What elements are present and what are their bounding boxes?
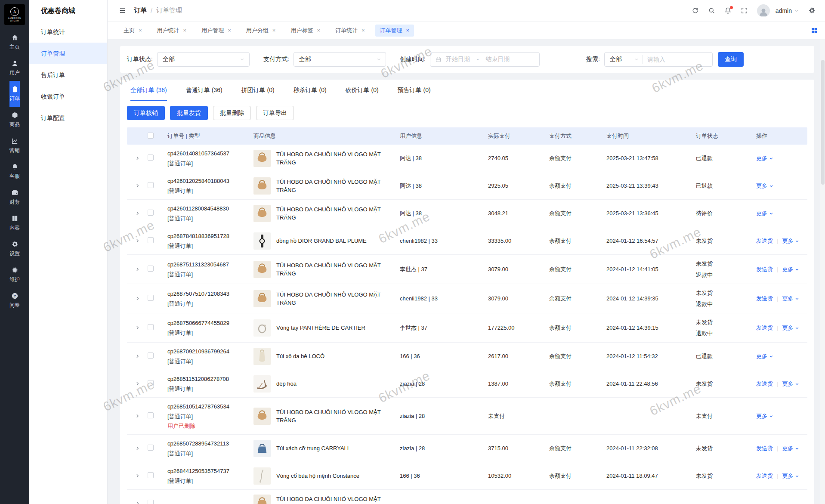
rail-item-orders[interactable]: 订单 [9, 81, 20, 107]
side-menu-item-order-config[interactable]: 订单配置 [29, 107, 107, 129]
side-menu-item-order-manage[interactable]: 订单管理 [29, 43, 107, 64]
row-checkbox[interactable] [148, 155, 154, 161]
rail-item-service[interactable]: 客服 [9, 158, 20, 184]
order-tab-all[interactable]: 全部订单 (36) [130, 87, 167, 101]
expand-row-icon[interactable] [135, 238, 140, 244]
more-action-link[interactable]: 更多 [782, 295, 799, 303]
close-icon[interactable]: × [272, 28, 276, 33]
rail-item-marketing[interactable]: 营销 [9, 133, 20, 158]
batch-delete-button[interactable]: 批量删除 [213, 106, 251, 120]
ship-action-link[interactable]: 发送货 [756, 324, 773, 332]
ship-action-link[interactable]: 发送货 [756, 472, 773, 480]
tab-user-tag[interactable]: 用户标签× [286, 25, 325, 37]
rail-item-finance[interactable]: 财务 [9, 184, 20, 210]
tab-user-manage[interactable]: 用户管理× [197, 25, 236, 37]
order-status-select[interactable]: 全部 [157, 52, 250, 67]
search-icon[interactable] [708, 7, 715, 14]
row-checkbox[interactable] [148, 412, 154, 418]
fullscreen-icon[interactable] [741, 7, 748, 14]
side-menu-item-cashier[interactable]: 收银订单 [29, 86, 107, 107]
expand-row-icon[interactable] [135, 445, 140, 451]
order-tab-bargain[interactable]: 砍价订单 (0) [346, 87, 379, 101]
ship-action-link[interactable]: 发送货 [756, 380, 773, 388]
row-checkbox[interactable] [148, 210, 154, 216]
row-checkbox[interactable] [148, 237, 154, 243]
collapse-sidebar-icon[interactable] [119, 7, 126, 14]
search-input[interactable] [643, 56, 712, 63]
tab-home[interactable]: 主页× [119, 25, 147, 37]
more-action-link[interactable]: 更多 [782, 472, 799, 480]
expand-row-icon[interactable] [135, 210, 140, 216]
bell-icon[interactable] [724, 7, 732, 14]
order-tab-seckill[interactable]: 秒杀订单 (0) [294, 87, 327, 101]
more-action-link[interactable]: 更多 [782, 266, 799, 273]
row-checkbox[interactable] [148, 295, 154, 301]
rail-item-contents[interactable]: 内容 [9, 210, 20, 236]
rail-item-home[interactable]: 主页 [9, 29, 20, 55]
tab-user-group[interactable]: 用户分组× [241, 25, 281, 37]
row-checkbox[interactable] [148, 352, 154, 359]
avatar[interactable] [757, 4, 770, 17]
expand-row-icon[interactable] [135, 381, 140, 387]
ship-action-link[interactable]: 发送货 [756, 237, 773, 245]
tab-user-stats[interactable]: 用户统计× [152, 25, 192, 37]
more-action-link[interactable]: 更多 [756, 182, 773, 190]
query-button[interactable]: 查询 [718, 52, 744, 67]
more-action-link[interactable]: 更多 [756, 155, 773, 162]
side-menu-item-aftersale[interactable]: 售后订单 [29, 64, 107, 86]
gear-icon[interactable] [808, 7, 816, 14]
user-menu[interactable]: admin [776, 7, 799, 14]
order-tab-group[interactable]: 拼团订单 (0) [241, 87, 275, 101]
row-checkbox[interactable] [148, 380, 154, 386]
row-checkbox[interactable] [148, 445, 154, 451]
expand-row-icon[interactable] [135, 266, 140, 272]
ship-action-link[interactable]: 发送货 [756, 445, 773, 452]
select-all-checkbox[interactable] [148, 133, 154, 139]
expand-row-icon[interactable] [135, 296, 140, 301]
expand-row-icon[interactable] [135, 183, 140, 189]
more-action-link[interactable]: 更多 [782, 324, 799, 332]
expand-row-icon[interactable] [135, 155, 140, 161]
rail-item-settings[interactable]: 设置 [9, 236, 20, 262]
expand-row-icon[interactable] [135, 473, 140, 479]
rail-item-maintain[interactable]: 维护 [9, 262, 20, 288]
more-action-link[interactable]: 更多 [756, 412, 773, 420]
pay-method-select[interactable]: 全部 [294, 52, 386, 67]
more-action-link[interactable]: 更多 [782, 237, 799, 245]
close-icon[interactable]: × [228, 28, 231, 33]
expand-row-icon[interactable] [135, 325, 140, 331]
row-checkbox[interactable] [148, 266, 154, 272]
search-scope-select[interactable]: 全部 [605, 56, 643, 63]
date-range-input[interactable]: 开始日期 - 结束日期 [430, 52, 540, 67]
tab-order-stats[interactable]: 订单统计× [331, 25, 370, 37]
close-icon[interactable]: × [406, 28, 410, 33]
rail-item-goods[interactable]: 商品 [9, 107, 20, 133]
row-checkbox[interactable] [148, 472, 154, 478]
order-tab-normal[interactable]: 普通订单 (36) [186, 87, 222, 101]
row-checkbox[interactable] [148, 324, 154, 330]
batch-ship-button[interactable]: 批量发货 [170, 106, 208, 120]
ship-action-link[interactable]: 发送货 [756, 266, 773, 273]
more-action-link[interactable]: 更多 [756, 210, 773, 217]
close-icon[interactable]: × [183, 28, 187, 33]
close-icon[interactable]: × [317, 28, 320, 33]
row-checkbox[interactable] [148, 500, 154, 504]
expand-row-icon[interactable] [135, 353, 140, 359]
grid-icon[interactable] [811, 27, 818, 34]
close-icon[interactable]: × [139, 28, 142, 33]
rail-item-users[interactable]: 用户 [9, 55, 20, 81]
expand-row-icon[interactable] [135, 413, 140, 419]
rail-item-survey[interactable]: ?问卷 [9, 288, 20, 313]
order-tab-presale[interactable]: 预售订单 (0) [398, 87, 431, 101]
more-action-link[interactable]: 更多 [782, 445, 799, 452]
close-icon[interactable]: × [362, 28, 365, 33]
ship-action-link[interactable]: 发送货 [756, 295, 773, 303]
refresh-icon[interactable] [692, 7, 699, 14]
expand-row-icon[interactable] [135, 501, 140, 504]
export-button[interactable]: 订单导出 [256, 106, 294, 120]
row-checkbox[interactable] [148, 182, 154, 188]
more-action-link[interactable]: 更多 [782, 380, 799, 388]
side-menu-item-order-stats[interactable]: 订单统计 [29, 21, 107, 43]
scrollbar-thumb[interactable] [821, 60, 825, 185]
more-action-link[interactable]: 更多 [756, 352, 773, 360]
